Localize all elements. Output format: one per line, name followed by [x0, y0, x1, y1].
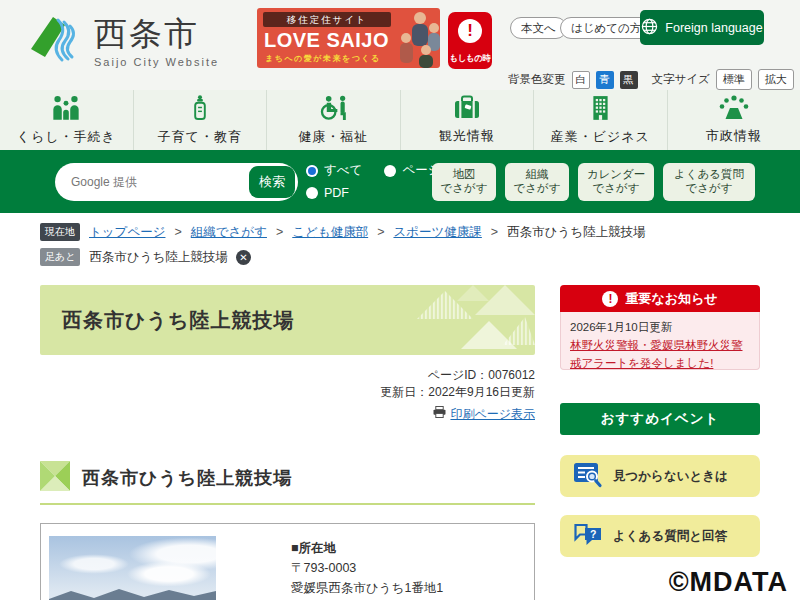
- radio-label: すべて: [324, 162, 362, 179]
- breadcrumb: 現在地 トップページ > 組織でさがす > こども健康部 > スポーツ健康課 >…: [0, 213, 800, 273]
- nav-item-health-welfare[interactable]: 健康・福祉: [267, 90, 401, 150]
- current-location-badge: 現在地: [40, 223, 80, 241]
- quick-btn-line: でさがす: [685, 182, 732, 196]
- updated-date: 更新日：2022年9月16日更新: [380, 384, 535, 401]
- section-title: 西条市ひうち陸上競技場: [82, 466, 292, 490]
- search-field-wrap: 検索: [55, 163, 298, 201]
- search-button[interactable]: 検索: [249, 166, 295, 198]
- breadcrumb-separator: >: [491, 225, 498, 239]
- bg-color-label: 背景色変更: [508, 72, 566, 87]
- svg-text:?: ?: [590, 528, 596, 540]
- search-scope-radios: すべて ページ PDF: [306, 162, 440, 207]
- family-icon: [51, 95, 81, 124]
- search-input[interactable]: [71, 163, 241, 201]
- font-enlarge-button[interactable]: 拡大: [758, 69, 794, 90]
- quick-btn-line: でさがす: [592, 182, 639, 196]
- notice-date: 2026年1月10日更新: [570, 319, 750, 337]
- nav-label: くらし・手続き: [17, 128, 116, 146]
- search-by-organization-button[interactable]: 組織 でさがす: [505, 163, 569, 201]
- footprint-badge: 足あと: [40, 248, 80, 266]
- important-notice-title: 重要なお知らせ: [625, 290, 717, 308]
- radio-circle-icon: [306, 187, 318, 199]
- close-icon[interactable]: ✕: [236, 250, 251, 265]
- site-logo[interactable]: 西条市 Saijo City Website: [28, 12, 219, 72]
- radio-circle-checked-icon: [306, 165, 318, 177]
- page-title-banner: 西条市ひうち陸上競技場: [40, 285, 535, 355]
- breadcrumb-link-child-health-dept[interactable]: こども健康部: [292, 224, 368, 241]
- site-search-bar: 検索 すべて ページ PDF 地図: [0, 150, 800, 213]
- facility-photo: [49, 536, 216, 600]
- quick-btn-line: よくある質問: [674, 168, 744, 182]
- quick-btn-line: でさがす: [440, 182, 487, 196]
- postal-code: 〒793-0003: [291, 558, 443, 578]
- nav-label: 子育て・教育: [158, 128, 242, 146]
- breadcrumb-current-row: 現在地 トップページ > 組織でさがす > こども健康部 > スポーツ健康課 >…: [40, 223, 800, 241]
- radio-all[interactable]: すべて: [306, 162, 362, 179]
- city-logo-icon: [28, 12, 84, 72]
- love-saijo-banner[interactable]: 移住定住サイト LOVE SAIJO まちへの愛が未来をつくる: [257, 8, 440, 68]
- notice-alert-link[interactable]: 林野火災警報・愛媛県林野火災警戒アラートを発令しました!: [570, 339, 743, 369]
- love-banner-tagline-bottom: まちへの愛が未来をつくる: [265, 53, 381, 64]
- radio-pdf[interactable]: PDF: [306, 186, 349, 200]
- cannot-find-button[interactable]: 見つからないときは: [560, 455, 760, 497]
- address-line: 愛媛県西条市ひうち1番地1: [291, 578, 443, 598]
- faq-label: よくある質問と回答: [613, 528, 727, 545]
- nav-item-industry-business[interactable]: 産業・ビジネス: [534, 90, 668, 150]
- facility-info-box: ■所在地 〒793-0003 愛媛県西条市ひうち1番地1 電話 0897-56-…: [40, 523, 535, 600]
- skip-to-content-button[interactable]: 本文へ: [510, 17, 567, 39]
- radio-circle-icon: [384, 165, 396, 177]
- breadcrumb-link-organization[interactable]: 組織でさがす: [191, 224, 267, 241]
- quick-btn-line: でさがす: [513, 182, 560, 196]
- cannot-find-label: 見つからないときは: [613, 468, 728, 485]
- bg-blue-button[interactable]: 青: [596, 71, 614, 89]
- printer-icon: [433, 406, 446, 423]
- breadcrumb-link-sports-health[interactable]: スポーツ健康課: [393, 224, 481, 241]
- breadcrumb-current-page: 西条市ひうち陸上競技場: [507, 224, 645, 241]
- site-name: 西条市: [94, 16, 219, 52]
- assembly-icon: [719, 95, 749, 123]
- love-banner-tagline-top: 移住定住サイト: [263, 12, 391, 27]
- triangle-decoration: [385, 285, 535, 355]
- bg-black-button[interactable]: 黒: [620, 71, 638, 89]
- important-notice-header: ! 重要なお知らせ: [560, 285, 760, 312]
- breadcrumb-separator: >: [377, 225, 384, 239]
- exclamation-icon: !: [602, 291, 618, 307]
- address-block: ■所在地 〒793-0003 愛媛県西条市ひうち1番地1 電話 0897-56-…: [291, 538, 443, 600]
- breadcrumb-link-top[interactable]: トップページ: [89, 224, 165, 241]
- font-standard-button[interactable]: 標準: [716, 69, 752, 90]
- search-by-map-button[interactable]: 地図 でさがす: [432, 163, 496, 201]
- search-by-faq-button[interactable]: よくある質問 でさがす: [663, 163, 755, 201]
- search-by-calendar-button[interactable]: カレンダー でさがす: [578, 163, 654, 201]
- section-heading: 西条市ひうち陸上競技場: [40, 461, 292, 495]
- nav-label: 健康・福祉: [298, 128, 368, 146]
- foreign-language-button[interactable]: Foreign language: [640, 10, 764, 45]
- nav-item-tourism[interactable]: 観光情報: [401, 90, 535, 150]
- nav-item-childcare-education[interactable]: 子育て・教育: [134, 90, 268, 150]
- print-page-link[interactable]: 印刷ページ表示: [450, 406, 535, 423]
- watermark: ©MDATA: [669, 567, 788, 598]
- wheelchair-icon: [319, 95, 348, 124]
- page-meta: ページID：0076012 更新日：2022年9月16日更新 印刷ページ表示: [380, 367, 535, 423]
- quick-btn-line: 地図: [453, 168, 476, 182]
- page-title: 西条市ひうち陸上競技場: [62, 307, 294, 334]
- main-content: 西条市ひうち陸上競技場 ページID：: [40, 285, 535, 600]
- nav-item-city-government[interactable]: 市政情報: [668, 90, 800, 150]
- globe-icon: [641, 18, 658, 38]
- emergency-button[interactable]: ! もしもの時: [448, 12, 492, 69]
- saijo-city-page: 西条市 Saijo City Website 移住定住サイト LOVE SAIJ…: [0, 0, 800, 600]
- site-header: 西条市 Saijo City Website 移住定住サイト LOVE SAIJ…: [0, 0, 800, 90]
- footprint-item: 西条市ひうち陸上競技場: [89, 249, 227, 266]
- document-search-icon: [573, 462, 603, 491]
- emergency-label: もしもの時: [450, 53, 491, 65]
- quick-btn-line: カレンダー: [587, 168, 646, 182]
- faq-button[interactable]: ? よくある質問と回答: [560, 515, 760, 557]
- baby-bottle-icon: [193, 95, 207, 124]
- recommended-events-banner[interactable]: おすすめイベント: [560, 403, 760, 435]
- site-subtitle: Saijo City Website: [94, 56, 219, 68]
- important-notice-body: 2026年1月10日更新 林野火災警報・愛媛県林野火災警戒アラートを発令しました…: [560, 312, 760, 370]
- bg-white-button[interactable]: 白: [572, 71, 590, 89]
- quick-search-links: 地図 でさがす 組織 でさがす カレンダー でさがす よくある質問 でさがす: [432, 163, 755, 201]
- radio-label: PDF: [324, 186, 349, 200]
- nav-item-life-procedures[interactable]: くらし・手続き: [0, 90, 134, 150]
- page-id: ページID：0076012: [380, 367, 535, 384]
